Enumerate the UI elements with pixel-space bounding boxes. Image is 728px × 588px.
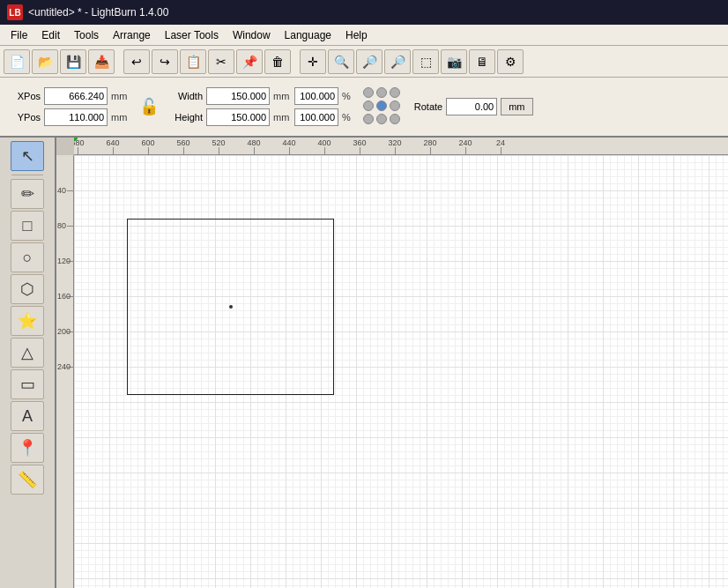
corner-tl[interactable]	[363, 87, 374, 98]
delete-button[interactable]: 🗑	[264, 49, 291, 74]
frame-button[interactable]: ⬚	[412, 49, 439, 74]
canvas-grid[interactable]	[74, 155, 728, 588]
ruler-left: 4080120160200240	[56, 155, 74, 588]
ruler-top-label: 360	[353, 138, 366, 147]
edit-nodes-tool-btn[interactable]: ✏	[11, 179, 44, 209]
xpos-row: XPos mm	[7, 87, 129, 105]
width-input[interactable]	[206, 87, 270, 105]
height-input[interactable]	[206, 108, 270, 126]
ruler-left-label: 40	[57, 186, 66, 195]
menu-item-tools[interactable]: Tools	[67, 27, 106, 43]
triangle-tool-btn[interactable]: △	[11, 338, 44, 368]
polygon-tool-btn[interactable]: ⬡	[11, 274, 44, 304]
measure-tool-btn[interactable]: 📏	[11, 465, 44, 495]
ruler-top-label: 440	[282, 138, 295, 147]
move-button[interactable]: ✛	[300, 49, 326, 74]
ruler-top-tick	[395, 147, 396, 154]
import-button[interactable]: 📥	[88, 49, 115, 74]
left-toolbar: ↖✏□○⬡⭐△▭A📍📏	[0, 138, 56, 588]
app-icon: LB	[7, 4, 23, 20]
corner-mr[interactable]	[390, 100, 400, 111]
ruler-top-label: 520	[212, 138, 225, 147]
toolbar: 📄📂💾📥↩↪📋✂📌🗑✛🔍🔎🔎⬚📷🖥⚙	[0, 46, 728, 78]
height-row: Height mm %	[169, 108, 351, 126]
menu-item-edit[interactable]: Edit	[34, 27, 67, 43]
canvas-area[interactable]: 68064060056052048044040036032028024024 4…	[56, 138, 728, 588]
redo-button[interactable]: ↪	[152, 49, 178, 74]
settings-button[interactable]: ⚙	[497, 49, 524, 74]
ypos-unit: mm	[111, 112, 129, 123]
ruler-top-label: 240	[458, 138, 472, 147]
ruler-top-label: 480	[247, 138, 260, 147]
rotate-group: Rotate mm	[414, 98, 533, 115]
new-file-button[interactable]: 📄	[4, 49, 30, 74]
toolbar-separator	[293, 49, 298, 74]
zoom-in-button[interactable]: 🔎	[356, 49, 383, 74]
ruler-top-label: 560	[176, 138, 189, 147]
unit-button[interactable]: mm	[501, 98, 532, 115]
width-label: Width	[169, 91, 203, 101]
ruler-top-label: 680	[74, 138, 85, 147]
position-group: XPos mm YPos mm	[7, 87, 129, 126]
corner-selector[interactable]	[363, 87, 402, 126]
menu-item-help[interactable]: Help	[338, 27, 375, 43]
height-label: Height	[169, 112, 203, 123]
copy-button[interactable]: 📋	[180, 49, 206, 74]
zoom-fit-button[interactable]: 🔍	[328, 49, 354, 74]
ruler-top-label: 400	[317, 138, 331, 147]
camera-button[interactable]: 📷	[441, 49, 467, 74]
corner-tc[interactable]	[376, 87, 387, 98]
corner-br[interactable]	[390, 114, 400, 124]
corner-ml[interactable]	[363, 100, 374, 111]
paste-button[interactable]: 📌	[236, 49, 263, 74]
xpos-input[interactable]	[44, 87, 108, 105]
menu-item-arrange[interactable]: Arrange	[106, 27, 158, 43]
save-file-button[interactable]: 💾	[60, 49, 86, 74]
ypos-row: YPos mm	[7, 108, 129, 126]
corner-mc[interactable]	[376, 100, 387, 111]
menubar: FileEditToolsArrangeLaser ToolsWindowLan…	[0, 25, 728, 46]
monitor-button[interactable]: 🖥	[469, 49, 495, 74]
ruler-top-tick	[430, 147, 431, 154]
corner-tr[interactable]	[390, 87, 400, 98]
menu-item-file[interactable]: File	[4, 27, 34, 43]
lock-icon[interactable]: 🔓	[136, 97, 162, 116]
xpos-unit: mm	[111, 91, 129, 101]
ruler-top-label: 24	[496, 138, 505, 147]
menu-item-window[interactable]: Window	[226, 27, 278, 43]
height-unit: mm	[273, 112, 291, 123]
scale-h-input[interactable]	[294, 108, 338, 126]
ruler-left-tick	[67, 190, 74, 191]
zoom-out-button[interactable]: 🔎	[384, 49, 411, 74]
rectangle-tool-btn[interactable]: □	[11, 211, 44, 241]
undo-button[interactable]: ↩	[123, 49, 150, 74]
propbar: XPos mm YPos mm 🔓 Width mm % Height mm %	[0, 78, 728, 138]
ruler-top-tick	[183, 147, 184, 154]
menu-item-laser-tools[interactable]: Laser Tools	[158, 27, 226, 43]
ellipse-tool-btn[interactable]: ○	[11, 242, 44, 272]
menu-item-language[interactable]: Language	[278, 27, 338, 43]
ruler-top-tick	[254, 147, 255, 154]
main-area: ↖✏□○⬡⭐△▭A📍📏 6806406005605204804404003603…	[0, 138, 728, 588]
scale-w-pct: %	[342, 91, 351, 101]
ruler-top-label: 280	[423, 138, 436, 147]
corner-bc[interactable]	[376, 114, 387, 124]
rotate-input[interactable]	[446, 98, 497, 115]
cut-button[interactable]: ✂	[208, 49, 234, 74]
ruler-top-tick	[465, 147, 466, 154]
ruler-top-tick	[289, 147, 290, 154]
open-file-button[interactable]: 📂	[32, 49, 58, 74]
ruler-top-tick	[148, 147, 149, 154]
ruler-top-label: 640	[106, 138, 119, 147]
frame-rect-tool-btn[interactable]: ▭	[11, 369, 44, 399]
width-row: Width mm %	[169, 87, 351, 105]
text-tool-btn[interactable]: A	[11, 401, 44, 431]
scale-w-input[interactable]	[294, 87, 338, 105]
rectangle-object[interactable]	[127, 219, 334, 395]
star-tool-btn[interactable]: ⭐	[11, 306, 44, 336]
ypos-input[interactable]	[44, 108, 108, 126]
corner-bl[interactable]	[363, 114, 374, 124]
select-tool-btn[interactable]: ↖	[11, 141, 44, 171]
position-tool-btn[interactable]: 📍	[11, 433, 44, 463]
ypos-label: YPos	[7, 112, 41, 123]
